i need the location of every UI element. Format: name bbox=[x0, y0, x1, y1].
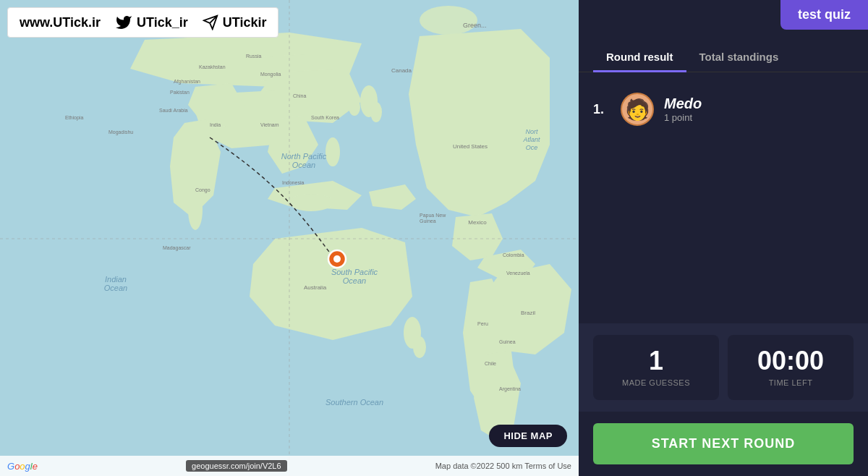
start-next-round-button[interactable]: START NEXT ROUND bbox=[593, 423, 854, 464]
svg-text:Papua New: Papua New bbox=[420, 213, 446, 218]
svg-text:Argentina: Argentina bbox=[499, 386, 521, 392]
svg-text:Southern Ocean: Southern Ocean bbox=[326, 398, 383, 407]
player-points: 1 point bbox=[664, 112, 702, 123]
telegram-icon bbox=[203, 14, 218, 30]
avatar: 🧑 bbox=[621, 93, 654, 126]
svg-text:Kazakhstan: Kazakhstan bbox=[199, 64, 226, 69]
svg-text:Congo: Congo bbox=[195, 187, 210, 193]
svg-text:Ocean: Ocean bbox=[104, 284, 127, 292]
map-container: North Pacific Ocean South Pacific Ocean … bbox=[0, 0, 579, 476]
svg-text:Saudi Arabia: Saudi Arabia bbox=[159, 108, 188, 113]
svg-text:Madagascar: Madagascar bbox=[163, 245, 191, 251]
quiz-badge: test quiz bbox=[780, 0, 868, 30]
map-attribution-text: Map data ©2022 500 km Terms of Use bbox=[435, 462, 571, 470]
svg-text:Guinea: Guinea bbox=[499, 339, 516, 344]
svg-text:Green...: Green... bbox=[463, 22, 487, 29]
svg-text:United States: United States bbox=[453, 143, 488, 150]
map-url: geoguessr.com/join/V2L6 bbox=[186, 460, 287, 472]
svg-text:Ethiopia: Ethiopia bbox=[65, 115, 83, 121]
hide-map-button[interactable]: HIDE MAP bbox=[489, 425, 567, 447]
svg-text:Colombia: Colombia bbox=[503, 252, 524, 258]
svg-point-8 bbox=[413, 336, 426, 358]
guesses-value: 1 bbox=[649, 348, 663, 374]
player-name: Medo bbox=[664, 95, 702, 112]
twitter-icon bbox=[115, 14, 132, 31]
website-link: www.UTick.ir bbox=[20, 15, 101, 30]
tab-round-result[interactable]: Round result bbox=[593, 43, 686, 72]
svg-point-5 bbox=[326, 137, 340, 166]
svg-text:Ocean: Ocean bbox=[343, 276, 366, 285]
map-attribution-bar: Google geoguessr.com/join/V2L6 Map data … bbox=[0, 456, 579, 476]
svg-text:Vietnam: Vietnam bbox=[260, 122, 279, 127]
svg-text:Mongolia: Mongolia bbox=[260, 72, 281, 77]
twitter-handle: UTick_ir bbox=[137, 15, 188, 30]
social-banner: www.UTick.ir UTick_ir UTickir bbox=[7, 7, 278, 38]
svg-text:Pakistan: Pakistan bbox=[170, 90, 190, 95]
google-logo: Google bbox=[7, 461, 38, 472]
svg-text:Indian: Indian bbox=[105, 275, 127, 284]
time-value: 00:00 bbox=[757, 348, 824, 374]
leaderboard: 1. 🧑 Medo 1 point bbox=[579, 72, 868, 323]
guesses-stat-card: 1 MADE GUESSES bbox=[593, 335, 719, 400]
svg-text:Russia: Russia bbox=[246, 54, 262, 59]
svg-text:India: India bbox=[210, 122, 221, 127]
svg-text:Oce: Oce bbox=[526, 144, 538, 151]
svg-text:Atlant: Atlant bbox=[522, 136, 540, 143]
twitter-link: UTick_ir bbox=[115, 14, 188, 31]
player-info: Medo 1 point bbox=[664, 95, 702, 123]
svg-text:Guinea: Guinea bbox=[420, 218, 436, 224]
svg-text:Canada: Canada bbox=[391, 67, 412, 74]
svg-text:Brazil: Brazil bbox=[521, 310, 535, 316]
svg-text:Australia: Australia bbox=[304, 284, 327, 291]
svg-text:Afghanistan: Afghanistan bbox=[174, 79, 200, 85]
svg-text:Ocean: Ocean bbox=[292, 161, 315, 169]
time-label: TIME LEFT bbox=[769, 378, 813, 387]
svg-text:Venezuela: Venezuela bbox=[506, 271, 530, 276]
svg-point-3 bbox=[370, 102, 382, 122]
svg-point-1 bbox=[420, 6, 477, 35]
svg-text:South Korea: South Korea bbox=[311, 115, 339, 120]
svg-text:Chile: Chile bbox=[485, 361, 496, 366]
telegram-handle: UTickir bbox=[223, 15, 267, 30]
sidebar: test quiz Round result Total standings 1… bbox=[579, 0, 868, 476]
svg-text:North Pacific: North Pacific bbox=[281, 152, 327, 161]
svg-point-52 bbox=[333, 255, 341, 263]
svg-text:Nort: Nort bbox=[525, 128, 538, 135]
svg-point-6 bbox=[289, 194, 333, 211]
website-text: www.UTick.ir bbox=[20, 15, 101, 30]
guesses-label: MADE GUESSES bbox=[622, 378, 690, 387]
svg-text:South Pacific: South Pacific bbox=[331, 268, 378, 276]
svg-text:Mogadishu: Mogadishu bbox=[109, 129, 133, 135]
player-row: 1. 🧑 Medo 1 point bbox=[593, 87, 854, 132]
svg-text:Indonesia: Indonesia bbox=[282, 180, 304, 185]
svg-point-9 bbox=[188, 190, 203, 230]
svg-text:Mexico: Mexico bbox=[468, 219, 487, 226]
svg-text:China: China bbox=[293, 93, 306, 98]
stats-row: 1 MADE GUESSES 00:00 TIME LEFT bbox=[579, 323, 868, 412]
time-stat-card: 00:00 TIME LEFT bbox=[728, 335, 854, 400]
player-rank: 1. bbox=[593, 102, 610, 117]
svg-point-4 bbox=[349, 98, 360, 116]
tab-total-standings[interactable]: Total standings bbox=[686, 43, 792, 72]
avatar-emoji: 🧑 bbox=[625, 98, 650, 122]
telegram-link: UTickir bbox=[203, 14, 267, 30]
svg-text:Peru: Peru bbox=[477, 321, 488, 326]
